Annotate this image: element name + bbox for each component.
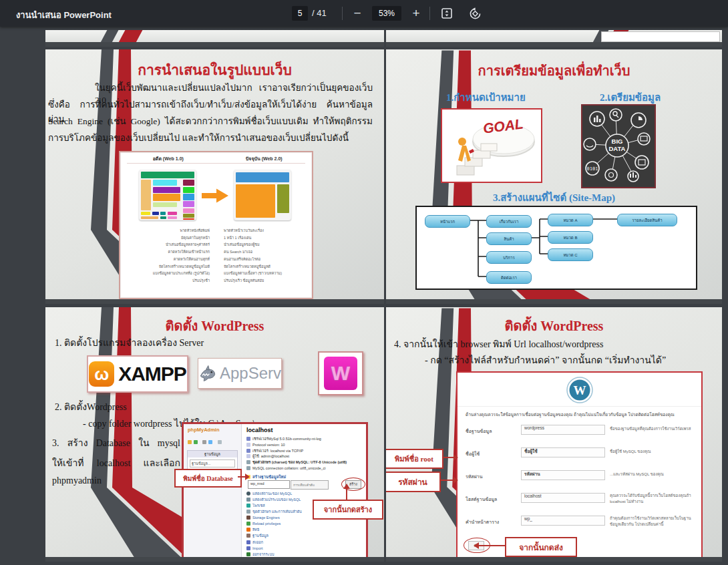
step3-line: phpmyadmin (52, 476, 102, 486)
pma-links: แสดงสถานะของ MySQL แสดงตัวแปรระบบของ MyS… (246, 491, 302, 558)
field-input-prefix: wp_ (521, 516, 605, 526)
page-number-input[interactable]: 5 (292, 6, 308, 21)
field-input-password: รหัสผ่าน (521, 470, 605, 480)
transition-arrow-icon (202, 187, 228, 204)
paragraph-line: Search Engine (เช่น Google) ได้สะดวกกว่า… (48, 114, 373, 128)
field-hint-username: ชื่อผู้ใช้ MySQL ของคุณ (610, 449, 697, 455)
annotation-click-submit: จากนั้นกดส่ง (505, 537, 577, 557)
zoom-in-button[interactable]: + (407, 4, 425, 23)
big-data-image: 0101 BIG DATA (581, 104, 656, 188)
annotation-arrow-right (439, 476, 458, 484)
web10-header: อดีต (Web 1.0) (120, 155, 216, 162)
svg-text:0101: 0101 (587, 166, 598, 172)
zoom-level-input[interactable]: 53% (372, 6, 401, 21)
web-comparison-figure: อดีต (Web 1.0) ปัจจุบัน (Web 2.0) (119, 151, 313, 299)
pma-create-db-label: สร้างฐานข้อมูลใหม่ (246, 474, 286, 480)
step2-heading: 2.เตรียมข้อมูล (600, 89, 661, 106)
field-input-dbhost: localhost (521, 493, 605, 503)
pma-dbname-input: wp_msd (248, 480, 290, 489)
goal-image: GOAL (441, 108, 542, 183)
paragraph-line: การบริโภคข้อมูลของเว็บเปลี่ยนไป และทำให้… (48, 130, 373, 145)
wamp-logo: W (318, 351, 363, 395)
sitemap-category-c: หมวด C (548, 248, 593, 261)
sitemap-about: เกี่ยวกับเรา (486, 215, 532, 228)
form-description: ด้านล่างคุณควรจะใส่ข้อมูลการเชื่อมต่อฐาน… (466, 411, 693, 418)
slide-title: ติดตั้ง WordPress (386, 315, 722, 337)
pdf-viewer-toolbar: งานนำเสนอ PowerPoint 5 / 41 − 53% + (0, 0, 728, 27)
step4-text: 4. จากนั้นให้เข้า browser พิมพ์ Url loca… (394, 337, 603, 351)
sitemap-products: สินค้า (486, 232, 532, 245)
web10-layout-thumbnail (139, 170, 196, 220)
annotation-click-create: จากนั้นกดสร้าง (313, 500, 383, 520)
web10-feature-list: พาดหัวหนังสือพิมพ์ มีคุณค่าในทุกหน้า นำเ… (128, 227, 210, 285)
annotation-type-root: พิมพ์ชื่อ root (386, 449, 443, 469)
step1-heading: 1.กำหนดเป้าหมาย (446, 89, 526, 106)
bigdata-text-line2: DATA (609, 145, 626, 152)
toolbar-divider (429, 7, 430, 20)
step3-line: 3. สร้าง Database ใน mysql (52, 435, 180, 450)
step3-line: ให้เข้าที่ localhost และเลือก (52, 455, 180, 470)
field-label-username: ชื่อผู้ใช้ (466, 450, 480, 457)
slide-web-presentation: การนำเสนอในรูปแบบเว็บ ในยุคนี้เว็บพัฒนาแ… (45, 49, 384, 304)
annotation-arrow-up (343, 484, 351, 500)
slide-title: การเตรียมข้อมูลเพื่อทำเว็บ (386, 60, 722, 81)
sitemap-category-a: หมวด A (548, 214, 593, 226)
page-total-label: / 41 (312, 8, 327, 18)
annotation-password: รหัสผ่าน (386, 472, 441, 492)
field-hint-dbhost: คุณควรจะได้รับข้อมูลนี้จากเว็บโฮสต์ของคุ… (610, 493, 698, 505)
sitemap-services: บริการ (486, 251, 532, 264)
web20-header: ปัจจุบัน (Web 2.0) (216, 155, 313, 162)
annotation-type-database-name: พิมพ์ชื่อ Database (174, 469, 242, 488)
step1-text: 1. ติดตั้งโปรแกรมจำลองเครื่อง Server (55, 335, 204, 350)
annotation-arrow-right (238, 473, 250, 481)
rotate-icon[interactable] (466, 4, 484, 23)
slide-prepare-data: การเตรียมข้อมูลเพื่อทำเว็บ 1.กำหนดเป้าหม… (386, 49, 722, 304)
svg-text:W: W (574, 383, 586, 397)
step4-sub-text: - กด “สร้างไฟล์สำหรับกำหนดค่า” จากนั้นกด… (425, 353, 666, 367)
field-label-dbname: ชื่อฐานข้อมูล (466, 427, 492, 435)
appserv-logo: AppServ (198, 358, 282, 389)
xampp-logo: ω XAMPP (87, 355, 188, 393)
pma-server-info: เซิร์ฟเวอร์MySql 5.0.51b-community-nt-lo… (246, 436, 347, 472)
sitemap-category-b: หมวด B (548, 231, 593, 244)
bigdata-text-line1: BIG (612, 138, 623, 145)
zoom-out-button[interactable]: − (348, 4, 367, 23)
field-label-password: รหัสผ่าน (466, 473, 482, 480)
wordpress-logo-icon: W (566, 377, 593, 403)
phpmyadmin-screenshot: phpMyAdmin ฐานข้อมูล ฐานข้อมูล... localh… (182, 422, 368, 561)
slide-install-wordpress-2: ติดตั้ง WordPress 4. จากนั้นให้เข้า brow… (386, 307, 722, 562)
field-input-dbname: wordpress (521, 425, 605, 435)
field-label-dbhost: โฮสต์ฐานข้อมูล (466, 496, 497, 503)
web20-feature-list: พาดหัวหน้าเวบวันละเรื่อง 1 หน้า 1 เรื่อง… (224, 227, 305, 285)
pdf-page-canvas[interactable]: การนำเสนอในรูปแบบเว็บ ในยุคนี้เว็บพัฒนาแ… (0, 27, 728, 565)
annotation-arrow-right (442, 453, 458, 461)
toolbar-divider (342, 7, 343, 20)
pma-collation-dropdown: การเทียบลำดับ (291, 480, 329, 490)
field-hint-dbname: ชื่อของฐานข้อมูลที่คุณต้องการใช้งานเวิร์… (610, 426, 697, 432)
annotation-arrow-left (473, 542, 505, 550)
field-input-username: ชื่อผู้ใช้ (521, 447, 605, 457)
document-title: งานนำเสนอ PowerPoint (16, 8, 112, 22)
previous-slide-fragment (386, 30, 722, 47)
wordpress-setup-form: W ด้านล่างคุณควรจะใส่ข้อมูลการเชื่อมต่อฐ… (456, 371, 703, 561)
fit-to-page-icon[interactable] (437, 4, 456, 23)
web20-layout-thumbnail (234, 170, 291, 220)
field-label-prefix: คำนำหน้าตาราง (466, 518, 499, 526)
pma-db-dropdown: ฐานข้อมูล... (190, 459, 235, 467)
sitemap-home: หน้าแรก (425, 215, 470, 228)
step3-heading: 3.สร้างแผนที่ไซต์ (Site-Map) (386, 190, 722, 206)
slide-title: ติดตั้ง WordPress (45, 315, 384, 337)
sitemap-product-detail: รายละเอียดสินค้า (617, 214, 677, 226)
previous-slide-fragment (45, 30, 384, 47)
step2-text: 2. ติดตั้งWordpress (55, 399, 127, 414)
appserv-shark-icon (198, 362, 217, 385)
sitemap-diagram: หน้าแรก เกี่ยวกับเรา สินค้า บริการ ติดต่… (415, 206, 697, 290)
pma-host-title: localhost (246, 427, 273, 433)
field-hint-password: ...และรหัสผ่าน MySQL ของคุณ (610, 472, 697, 478)
xampp-icon: ω (89, 361, 114, 387)
slide-install-wordpress-1: ติดตั้ง WordPress 1. ติดตั้งโปรแกรมจำลอง… (45, 307, 384, 562)
slide-title: การนำเสนอในรูปแบบเว็บ (45, 59, 384, 81)
field-hint-prefix: ถ้าคุณต้องการใช้งานเวิร์ดเพรสหลายเว็บในฐ… (610, 516, 698, 528)
sitemap-contact: ติดต่อเรา (486, 271, 532, 284)
